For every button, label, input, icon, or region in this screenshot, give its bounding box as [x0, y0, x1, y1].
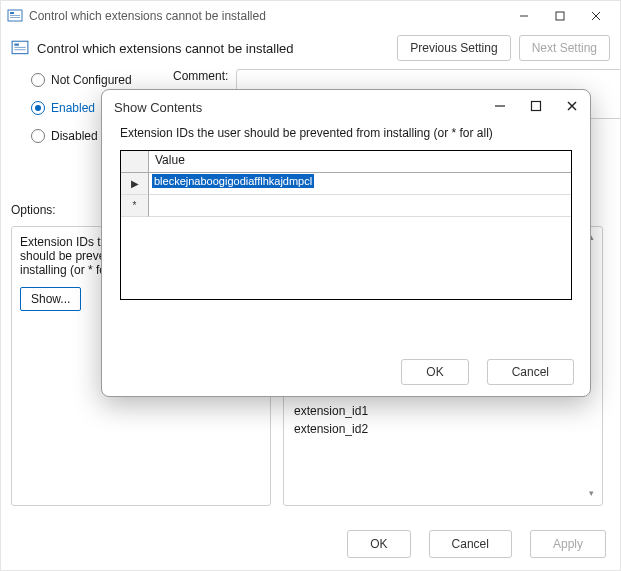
header-title: Control which extensions cannot be insta…: [37, 41, 294, 56]
modal-subtitle: Extension IDs the user should be prevent…: [102, 124, 590, 150]
scroll-down-icon[interactable]: ▾: [584, 487, 598, 501]
help-example: extension_id1: [294, 403, 578, 420]
previous-setting-button[interactable]: Previous Setting: [397, 35, 510, 61]
selected-value[interactable]: bleckejnaboogigodiafflhkajdmpcl: [152, 174, 314, 188]
svg-rect-9: [14, 44, 19, 46]
show-contents-dialog: Show Contents Extension IDs the user sho…: [101, 89, 591, 397]
grid-header-row: Value: [121, 151, 571, 173]
svg-rect-1: [10, 12, 14, 14]
apply-button: Apply: [530, 530, 606, 558]
modal-maximize-button[interactable]: [530, 100, 542, 115]
cancel-button[interactable]: Cancel: [429, 530, 512, 558]
svg-rect-3: [10, 17, 20, 18]
options-label: Options:: [11, 203, 56, 217]
comment-label: Comment:: [173, 69, 228, 83]
modal-minimize-button[interactable]: [494, 100, 506, 115]
app-icon: [7, 8, 23, 24]
modal-footer: OK Cancel: [102, 348, 590, 396]
maximize-button[interactable]: [542, 2, 578, 30]
show-button[interactable]: Show...: [20, 287, 81, 311]
svg-rect-2: [10, 15, 20, 16]
close-button[interactable]: [578, 2, 614, 30]
modal-title: Show Contents: [114, 100, 202, 115]
window-title: Control which extensions cannot be insta…: [29, 9, 266, 23]
grid-col-header[interactable]: Value: [149, 151, 571, 173]
next-setting-button: Next Setting: [519, 35, 610, 61]
modal-titlebar: Show Contents: [102, 90, 590, 124]
row-indicator-current: ▶: [121, 173, 149, 195]
svg-rect-13: [532, 101, 541, 110]
modal-cancel-button[interactable]: Cancel: [487, 359, 574, 385]
policy-icon: [11, 39, 29, 57]
grid-row[interactable]: ▶ bleckejnaboogigodiafflhkajdmpcl: [121, 173, 571, 195]
dialog-footer: OK Cancel Apply: [1, 518, 620, 570]
titlebar: Control which extensions cannot be insta…: [1, 1, 620, 31]
modal-close-button[interactable]: [566, 100, 578, 115]
radio-label: Not Configured: [51, 73, 132, 87]
grid-cell-empty[interactable]: [149, 195, 571, 217]
help-example: extension_id2: [294, 421, 578, 438]
radio-label: Enabled: [51, 101, 95, 115]
minimize-button[interactable]: [506, 2, 542, 30]
grid-row-new[interactable]: *: [121, 195, 571, 217]
header: Control which extensions cannot be insta…: [1, 31, 620, 71]
grid-cell[interactable]: bleckejnaboogigodiafflhkajdmpcl: [149, 173, 571, 195]
row-indicator-new: *: [121, 195, 149, 217]
policy-window: Control which extensions cannot be insta…: [0, 0, 621, 571]
radio-label: Disabled: [51, 129, 98, 143]
value-grid[interactable]: Value ▶ bleckejnaboogigodiafflhkajdmpcl …: [120, 150, 572, 300]
svg-rect-5: [556, 12, 564, 20]
grid-corner: [121, 151, 149, 173]
svg-rect-11: [14, 49, 25, 50]
modal-ok-button[interactable]: OK: [401, 359, 468, 385]
svg-rect-10: [14, 47, 25, 48]
ok-button[interactable]: OK: [347, 530, 410, 558]
